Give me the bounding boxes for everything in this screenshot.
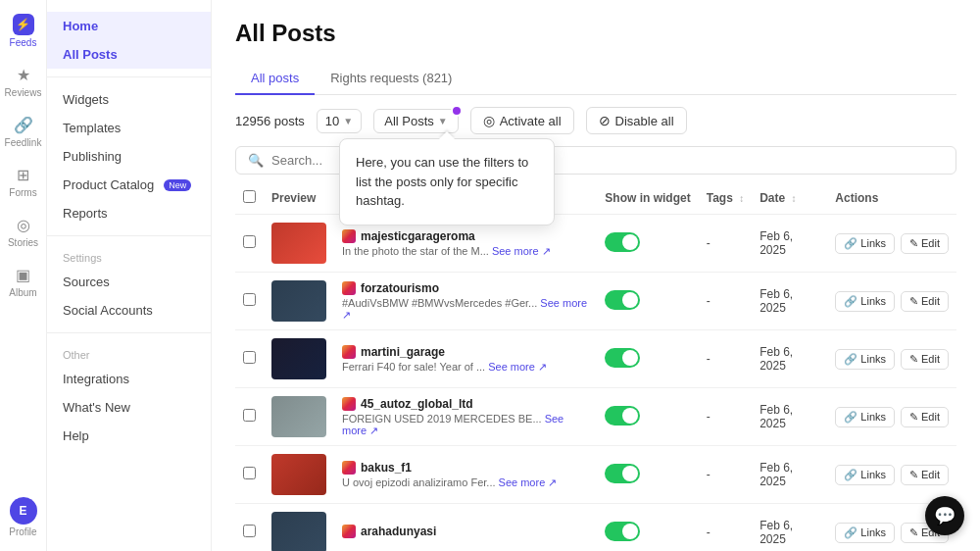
sidebar-item-whats-new[interactable]: What's New xyxy=(47,393,211,422)
table-row: bakus_f1 U ovoj epizodi analiziramo Fer.… xyxy=(235,446,956,504)
links-button[interactable]: 🔗 Links xyxy=(835,349,895,370)
sidebar-item-product-catalog[interactable]: Product Catalog New xyxy=(47,171,211,199)
sidebar: Home All Posts Widgets Templates Publish… xyxy=(47,0,212,551)
disable-all-label: Disable all xyxy=(615,114,674,128)
sidebar-item-help[interactable]: Help xyxy=(47,422,211,450)
sidebar-item-templates[interactable]: Templates xyxy=(47,114,211,142)
show-in-widget-toggle[interactable] xyxy=(605,348,640,368)
link-icon: 🔗 xyxy=(844,469,858,481)
per-page-select[interactable]: 10 ▼ xyxy=(317,109,362,133)
show-in-widget-toggle[interactable] xyxy=(605,464,640,483)
caption-cell: arahadunyasi xyxy=(334,504,597,552)
chat-bubble-button[interactable]: 💬 xyxy=(925,496,964,535)
links-button[interactable]: 🔗 Links xyxy=(835,233,895,254)
show-in-widget-cell xyxy=(597,504,698,552)
link-icon: 🔗 xyxy=(844,353,858,366)
activate-all-button[interactable]: ◎ Activate all xyxy=(470,107,574,134)
select-all-header[interactable] xyxy=(235,182,264,215)
profile-nav-label: Profile xyxy=(9,526,36,537)
row-checkbox[interactable] xyxy=(243,525,256,537)
sidebar-item-publishing[interactable]: Publishing xyxy=(47,142,211,171)
sidebar-divider-1 xyxy=(47,76,211,77)
edit-button[interactable]: ✎ Edit xyxy=(901,465,949,485)
show-in-widget-toggle[interactable] xyxy=(605,406,640,426)
show-in-widget-cell xyxy=(597,273,698,330)
link-icon: 🔗 xyxy=(844,411,858,424)
post-account: arahadunyasi xyxy=(342,525,589,538)
tags-cell: - xyxy=(699,388,752,446)
icon-nav: ⚡ Feeds ★ Reviews 🔗 Feedlink ⊞ Forms ◎ S… xyxy=(0,0,47,551)
album-nav-label: Album xyxy=(9,287,36,298)
see-more-link[interactable]: See more ↗ xyxy=(499,476,558,488)
post-account: majesticgarageroma xyxy=(342,229,589,243)
sidebar-item-home[interactable]: Home xyxy=(47,12,211,40)
select-all-checkbox[interactable] xyxy=(243,190,256,203)
table-row: 45_autoz_global_ltd FOREIGN USED 2019 ME… xyxy=(235,388,956,446)
edit-button[interactable]: ✎ Edit xyxy=(901,349,949,370)
sidebar-item-stories[interactable]: ◎ Stories xyxy=(2,208,45,254)
sidebar-item-album[interactable]: ▣ Album xyxy=(2,258,45,304)
edit-icon: ✎ xyxy=(909,469,918,481)
tags-cell: - xyxy=(699,273,752,330)
row-checkbox[interactable] xyxy=(243,467,256,479)
row-checkbox-cell[interactable] xyxy=(235,215,264,273)
actions-col-header: Actions xyxy=(827,182,956,215)
sidebar-item-reports[interactable]: Reports xyxy=(47,199,211,227)
row-checkbox-cell[interactable] xyxy=(235,330,264,388)
tab-rights-requests[interactable]: Rights requests (821) xyxy=(315,63,467,95)
sidebar-item-widgets[interactable]: Widgets xyxy=(47,85,211,114)
actions-cell: 🔗 Links ✎ Edit xyxy=(827,330,956,388)
show-in-widget-toggle[interactable] xyxy=(605,290,640,310)
row-checkbox-cell[interactable] xyxy=(235,504,264,552)
sidebar-item-reviews[interactable]: ★ Reviews xyxy=(2,58,45,104)
per-page-value: 10 xyxy=(325,114,339,128)
see-more-link[interactable]: See more ↗ xyxy=(342,297,587,321)
see-more-link[interactable]: See more ↗ xyxy=(342,413,564,436)
show-in-widget-cell xyxy=(597,388,698,446)
see-more-link[interactable]: See more ↗ xyxy=(492,245,551,257)
hashtag-filter-tooltip: Here, you can use the filters to list th… xyxy=(339,138,555,225)
account-name: majesticgarageroma xyxy=(361,229,475,243)
instagram-icon xyxy=(342,397,356,411)
whats-new-label: What's New xyxy=(63,400,130,415)
sidebar-item-integrations[interactable]: Integrations xyxy=(47,365,211,393)
links-button[interactable]: 🔗 Links xyxy=(835,407,895,427)
feedlink-nav-label: Feedlink xyxy=(5,137,42,148)
profile-nav-item[interactable]: E Profile xyxy=(2,491,45,543)
edit-button[interactable]: ✎ Edit xyxy=(901,407,949,427)
see-more-link[interactable]: See more ↗ xyxy=(488,361,547,373)
links-button[interactable]: 🔗 Links xyxy=(835,465,895,485)
sidebar-item-feedlink[interactable]: 🔗 Feedlink xyxy=(2,108,45,154)
icon-nav-bottom: E Profile xyxy=(2,491,45,551)
row-checkbox-cell[interactable] xyxy=(235,446,264,504)
row-checkbox-cell[interactable] xyxy=(235,273,264,330)
sidebar-item-social-accounts[interactable]: Social Accounts xyxy=(47,296,211,325)
table-row: martini_garage Ferrari F40 for sale! Yea… xyxy=(235,330,956,388)
edit-button[interactable]: ✎ Edit xyxy=(901,291,949,312)
actions-cell: 🔗 Links ✎ Edit xyxy=(827,273,956,330)
row-checkbox[interactable] xyxy=(243,409,256,422)
sidebar-item-feeds[interactable]: ⚡ Feeds xyxy=(2,8,45,54)
links-button[interactable]: 🔗 Links xyxy=(835,291,895,312)
filter-button[interactable]: All Posts ▼ xyxy=(373,109,458,133)
show-in-widget-toggle[interactable] xyxy=(605,232,640,252)
row-checkbox[interactable] xyxy=(243,351,256,364)
links-button[interactable]: 🔗 Links xyxy=(835,523,895,543)
sidebar-item-sources[interactable]: Sources xyxy=(47,268,211,296)
show-in-widget-toggle[interactable] xyxy=(605,522,640,541)
sidebar-item-forms[interactable]: ⊞ Forms xyxy=(2,158,45,204)
action-links: 🔗 Links ✎ Edit xyxy=(835,233,949,254)
disable-all-button[interactable]: ⊘ Disable all xyxy=(586,107,687,134)
tab-all-posts[interactable]: All posts xyxy=(235,63,315,95)
row-checkbox[interactable] xyxy=(243,293,256,306)
sidebar-item-all-posts[interactable]: All Posts xyxy=(47,40,211,69)
preview-cell xyxy=(264,215,334,273)
actions-cell: 🔗 Links ✎ Edit xyxy=(827,215,956,273)
row-checkbox-cell[interactable] xyxy=(235,388,264,446)
link-icon: 🔗 xyxy=(844,237,858,250)
link-icon: 🔗 xyxy=(844,526,858,539)
edit-button[interactable]: ✎ Edit xyxy=(901,233,949,254)
row-checkbox[interactable] xyxy=(243,235,256,248)
account-name: martini_garage xyxy=(361,345,445,359)
preview-cell xyxy=(264,388,334,446)
